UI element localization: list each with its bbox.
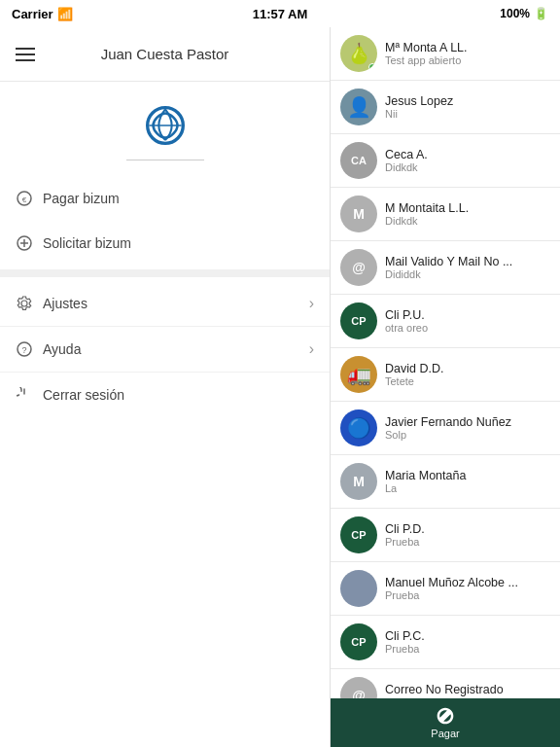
contact-item[interactable]: MMaria MontañaLa (331, 455, 560, 509)
contact-name: Correo No Registrado (385, 683, 550, 696)
wifi-icon: 📶 (57, 7, 73, 21)
contact-subtitle: Nii (385, 108, 550, 120)
contact-item[interactable]: Manuel Muñoz Alcobe ...Prueba (331, 562, 560, 616)
contact-item[interactable]: CPCli P.D.Prueba (331, 509, 560, 562)
contact-avatar: 👤 (340, 89, 377, 125)
contact-item[interactable]: CACeca A.Didkdk (331, 134, 560, 188)
app-logo (141, 101, 190, 150)
contact-item[interactable]: 🚛David D.D.Tetete (331, 348, 560, 402)
user-name-title: Juan Cuesta Pastor (35, 46, 295, 62)
contact-subtitle: Prueba (385, 589, 550, 601)
hamburger-menu-icon[interactable] (16, 48, 35, 61)
contact-subtitle: Test app abierto (385, 54, 550, 66)
contact-name: Mª Monta A LL. (385, 41, 550, 54)
contact-avatar: 🚛 (340, 356, 377, 393)
question-icon: ? (16, 340, 33, 358)
solicitar-bizum-item[interactable]: Solicitar bizum (0, 221, 330, 266)
left-header: Juan Cuesta Pastor (0, 27, 330, 82)
contact-name: Mail Valido Y Mail No ... (385, 255, 550, 268)
contact-subtitle: Prueba (385, 643, 550, 655)
status-time: 11:57 AM (253, 7, 308, 21)
coin-icon: € (16, 190, 33, 207)
contact-item[interactable]: 🔵Javier Fernando NuñezSolp (331, 402, 560, 455)
contact-avatar: @ (340, 249, 377, 286)
ajustes-item[interactable]: Ajustes › (0, 281, 330, 327)
contact-name: Cli P.D. (385, 522, 550, 536)
status-bar: Carrier 📶 11:57 AM 100% 🔋 (0, 0, 560, 27)
contact-avatar: CP (340, 623, 377, 660)
ayuda-label: Ayuda (43, 341, 81, 357)
ajustes-arrow-icon: › (309, 295, 314, 312)
contact-item[interactable]: MM Montaita L.L.Didkdk (331, 188, 560, 241)
pagar-bizum-item[interactable]: € Pagar bizum (0, 176, 330, 221)
contact-name: M Montaita L.L. (385, 201, 550, 215)
pagar-icon (436, 706, 455, 726)
pagar-label: Pagar (431, 728, 459, 739)
battery-icon: 🔋 (534, 7, 548, 20)
ayuda-arrow-icon: › (309, 340, 314, 358)
contacts-list: 🍐Mª Monta A LL.Test app abierto👤Jesus Lo… (331, 27, 560, 698)
pagar-bizum-label: Pagar bizum (43, 191, 120, 206)
contact-subtitle: Tetete (385, 375, 550, 387)
contact-avatar: M (340, 463, 377, 500)
contact-avatar: CA (340, 142, 377, 179)
contact-item[interactable]: @Mail Valido Y Mail No ...Dididdk (331, 241, 560, 295)
contact-name: Cli P.C. (385, 629, 550, 643)
battery-label: 100% (500, 7, 530, 20)
contact-item[interactable]: CPCli P.C.Prueba (331, 616, 560, 669)
contact-item[interactable]: 🍐Mª Monta A LL.Test app abierto (331, 27, 560, 81)
contact-subtitle: Didkdk (385, 215, 550, 227)
contact-avatar: M (340, 196, 377, 232)
contact-name: David D.D. (385, 362, 550, 375)
contact-avatar: CP (340, 302, 377, 339)
cerrar-sesion-label: Cerrar sesión (43, 387, 124, 403)
ajustes-label: Ajustes (43, 296, 88, 311)
contact-subtitle: Didkdk (385, 161, 550, 173)
contact-subtitle: Prueba (385, 536, 550, 548)
contact-name: Manuel Muñoz Alcobe ... (385, 576, 550, 589)
status-left: Carrier 📶 (12, 7, 73, 21)
logo-divider (126, 160, 204, 160)
contact-subtitle: La (385, 482, 550, 494)
left-panel: Juan Cuesta Pastor € Pagar bizum (0, 27, 331, 747)
contact-subtitle: Dididdk (385, 268, 550, 280)
contact-item[interactable]: 👤Jesus LopezNii (331, 81, 560, 134)
section-divider (0, 269, 330, 277)
status-right: 100% 🔋 (500, 7, 548, 20)
gear-icon (16, 295, 33, 312)
svg-text:?: ? (21, 345, 26, 355)
contact-name: Ceca A. (385, 148, 550, 161)
contact-item[interactable]: CPCli P.U.otra oreo (331, 295, 560, 348)
contact-name: Maria Montaña (385, 469, 550, 482)
carrier-label: Carrier (12, 7, 53, 21)
contact-avatar: 🍐 (340, 35, 377, 72)
contact-avatar: @ (340, 677, 377, 698)
contact-subtitle: Solp (385, 429, 550, 441)
contact-name: Cli P.U. (385, 308, 550, 322)
menu-items: € Pagar bizum Solicitar bizum (0, 176, 330, 266)
contact-name: Jesus Lopez (385, 94, 550, 108)
contact-subtitle: otra oreo (385, 322, 550, 334)
main-layout: Juan Cuesta Pastor € Pagar bizum (0, 27, 560, 747)
contact-avatar: CP (340, 516, 377, 553)
solicitar-bizum-label: Solicitar bizum (43, 235, 131, 251)
online-indicator (368, 63, 376, 71)
contact-avatar (340, 570, 377, 607)
logo-area (0, 82, 330, 160)
ayuda-item[interactable]: ? Ayuda › (0, 327, 330, 373)
contact-item[interactable]: @Correo No RegistradoPrueba (331, 669, 560, 698)
contact-name: Javier Fernando Nuñez (385, 415, 550, 429)
cerrar-sesion-item[interactable]: Cerrar sesión (0, 373, 330, 417)
contact-avatar: 🔵 (340, 409, 377, 446)
request-icon (16, 234, 33, 252)
power-icon (16, 386, 33, 404)
right-panel: 🍐Mª Monta A LL.Test app abierto👤Jesus Lo… (331, 27, 560, 747)
svg-text:€: € (22, 196, 27, 204)
bottom-bar[interactable]: Pagar (331, 698, 560, 747)
settings-items: Ajustes › ? Ayuda › Cerrar sesión (0, 281, 330, 417)
